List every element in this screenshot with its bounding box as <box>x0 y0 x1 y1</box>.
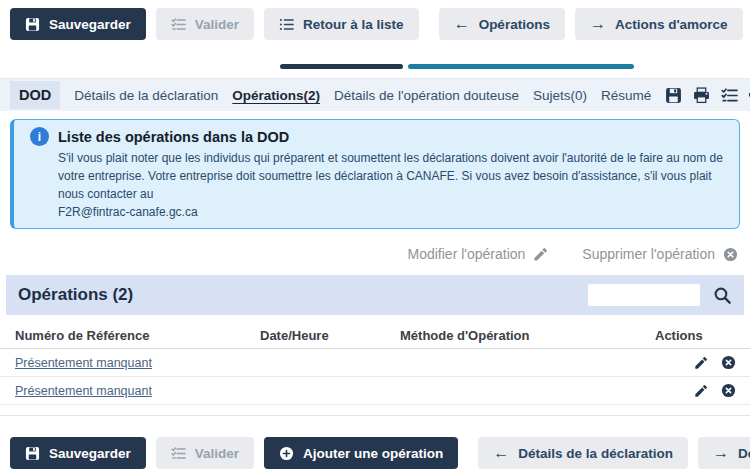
info-banner-body: S'il vous plait noter que les individus … <box>58 149 723 203</box>
save-button[interactable]: Sauvegarder <box>10 437 146 469</box>
save-button-label: Sauvegarder <box>49 17 131 32</box>
save-icon <box>25 446 40 461</box>
checklist-icon <box>171 17 186 32</box>
table-row: Présentement manquant <box>0 349 750 377</box>
arrow-left-icon: ← <box>493 445 509 461</box>
edit-operation-link-label: Modifier l'opération <box>408 246 526 262</box>
top-toolbar: Sauvegarder Valider Retour à la liste ← … <box>0 0 750 40</box>
operations-table-header: Numéro de Référence Date/Heure Méthode d… <box>0 323 750 349</box>
column-header-date: Date/Heure <box>260 328 400 343</box>
x-circle-icon[interactable] <box>721 355 736 370</box>
print-icon[interactable] <box>693 87 710 104</box>
prev-operations-button-label: Opérations <box>479 17 550 32</box>
list-icon <box>279 17 294 32</box>
next-details-operation-douteuse-button-label: Détails de l'opération douteuse <box>738 446 750 461</box>
prev-details-declaration-button-label: Détails de la déclaration <box>518 446 673 461</box>
checklist-icon <box>171 446 186 461</box>
bottom-toolbar: Sauvegarder Valider Ajouter une opératio… <box>0 416 750 469</box>
next-details-operation-douteuse-button[interactable]: → Détails de l'opération douteuse <box>698 437 750 469</box>
save-button-label: Sauvegarder <box>49 446 131 461</box>
table-row: Présentement manquant <box>0 377 750 405</box>
tab-resume[interactable]: Résumé <box>601 88 651 103</box>
next-actions-amorce-button-label: Actions d'amorce <box>615 17 728 32</box>
progress-indicator <box>0 40 750 78</box>
add-operation-button[interactable]: Ajouter une opération <box>264 437 458 469</box>
operations-search-input[interactable] <box>588 284 700 306</box>
reference-link[interactable]: Présentement manquant <box>15 384 260 398</box>
next-actions-amorce-button[interactable]: → Actions d'amorce <box>575 8 743 40</box>
back-to-list-button-label: Retour à la liste <box>303 17 404 32</box>
save-icon[interactable] <box>665 87 682 104</box>
info-banner-email-link[interactable]: F2R@fintrac-canafe.gc.ca <box>58 203 723 221</box>
pencil-icon <box>533 247 548 262</box>
prev-details-declaration-button[interactable]: ← Détails de la déclaration <box>478 437 688 469</box>
progress-segment-dark <box>280 64 403 69</box>
reference-link[interactable]: Présentement manquant <box>15 356 260 370</box>
save-button[interactable]: Sauvegarder <box>10 8 146 40</box>
tab-details-operation-douteuse[interactable]: Détails de l'opération douteuse <box>334 88 519 103</box>
column-header-actions: Actions <box>640 328 736 343</box>
info-banner: i Liste des opérations dans la DOD S'il … <box>10 119 740 229</box>
plus-circle-icon <box>279 446 294 461</box>
search-icon[interactable] <box>713 286 732 305</box>
progress-segment-teal <box>408 64 634 69</box>
operation-links-row: Modifier l'opération Supprimer l'opérati… <box>12 246 738 262</box>
pencil-icon[interactable] <box>694 384 708 398</box>
validate-button-label: Valider <box>195 17 239 32</box>
validate-button[interactable]: Valider <box>156 8 254 40</box>
column-header-method: Méthode d'Opération <box>400 328 640 343</box>
delete-operation-link-label: Supprimer l'opération <box>582 246 715 262</box>
info-icon: i <box>30 127 49 146</box>
validate-button-label: Valider <box>195 446 239 461</box>
x-circle-icon <box>723 247 738 262</box>
tab-sujets[interactable]: Sujets(0) <box>533 88 587 103</box>
operations-table: Numéro de Référence Date/Heure Méthode d… <box>0 323 750 416</box>
operations-section-header: Opérations (2) <box>6 275 744 315</box>
tab-details-declaration[interactable]: Détails de la déclaration <box>74 88 218 103</box>
tab-operations[interactable]: Opérations(2) <box>232 88 320 103</box>
checklist-icon[interactable] <box>721 87 738 104</box>
tab-dod[interactable]: DOD <box>10 81 60 109</box>
edit-operation-link[interactable]: Modifier l'opération <box>408 246 549 262</box>
pencil-icon[interactable] <box>694 356 708 370</box>
arrow-left-icon: ← <box>454 16 470 32</box>
delete-operation-link[interactable]: Supprimer l'opération <box>582 246 738 262</box>
tabbar-action-icons <box>665 87 750 104</box>
operations-section-title: Opérations (2) <box>18 285 133 305</box>
add-operation-button-label: Ajouter une opération <box>303 446 443 461</box>
save-icon <box>25 17 40 32</box>
arrow-right-icon: → <box>713 445 729 461</box>
back-to-list-button[interactable]: Retour à la liste <box>264 8 419 40</box>
column-header-reference: Numéro de Référence <box>15 328 260 343</box>
x-circle-icon[interactable] <box>721 383 736 398</box>
report-tabbar: DOD Détails de la déclaration Opérations… <box>0 78 750 111</box>
info-banner-title: Liste des opérations dans la DOD <box>58 129 289 145</box>
validate-button[interactable]: Valider <box>156 437 254 469</box>
arrow-right-icon: → <box>590 16 606 32</box>
prev-operations-button[interactable]: ← Opérations <box>439 8 565 40</box>
